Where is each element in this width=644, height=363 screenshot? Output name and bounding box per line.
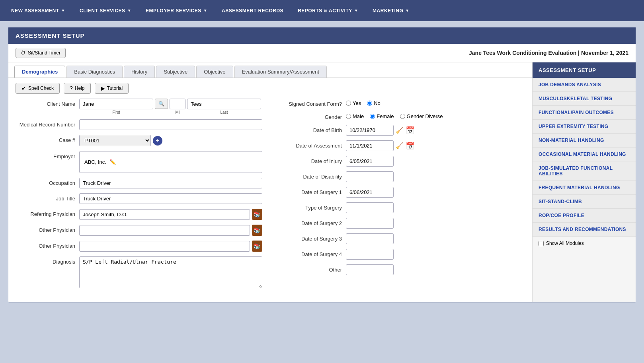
sidebar-item-non-material[interactable]: NON-MATERIAL HANDLING [533, 134, 636, 148]
date-surgery4-label: Date of Surgery 4 [278, 249, 346, 257]
date-injury-input[interactable] [346, 156, 394, 167]
other-physician1-input[interactable] [79, 225, 250, 236]
gender-diverse-radio[interactable] [400, 114, 405, 119]
medical-record-row: Medical Record Number [16, 119, 262, 130]
timer-icon: ⏱ [21, 50, 25, 56]
referring-physician-row: Referring Physician 📚 [16, 209, 262, 220]
occupation-input[interactable] [79, 178, 262, 188]
tutorial-button[interactable]: ▶ Tutorial [95, 83, 129, 94]
search-button[interactable]: 🔍 [155, 99, 168, 109]
sidebar-item-musculoskeletal[interactable]: MUSCULOSKELETAL TESTING [533, 92, 636, 106]
sidebar-item-job-simulated[interactable]: JOB-SIMULATED FUNCTIONAL ABILITIES [533, 161, 636, 181]
show-all-label: Show All Modules [546, 241, 584, 246]
date-surgery3-input[interactable] [346, 233, 394, 244]
dob-row: Date of Birth 🧹 📅 [278, 125, 525, 136]
sidebar-item-results-recommendations[interactable]: RESULTS AND RECOMMENDATIONS [533, 223, 636, 237]
other-physician2-label: Other Physician [16, 241, 79, 249]
consent-yes-option[interactable]: Yes [346, 100, 361, 106]
medical-record-label: Medical Record Number [16, 119, 79, 128]
tab-demographics[interactable]: Demographics [14, 66, 65, 78]
employer-box[interactable]: ABC, Inc. ✏️ [79, 151, 262, 173]
sidebar-item-upper-extremity[interactable]: UPPER EXTREMITY TESTING [533, 120, 636, 134]
employer-label: Employer [16, 151, 79, 159]
other-input[interactable] [346, 264, 394, 275]
first-name-input[interactable] [79, 99, 153, 109]
sidebar-item-rop-coe[interactable]: ROP/COE PROFILE [533, 209, 636, 223]
tab-subjective[interactable]: Subjective [156, 66, 195, 78]
physician1-book-icon[interactable]: 📚 [252, 225, 262, 236]
last-name-input[interactable] [187, 99, 261, 109]
physician-book-icon[interactable]: 📚 [252, 209, 262, 220]
date-surgery2-label: Date of Surgery 2 [278, 218, 346, 226]
job-title-row: Job Title [16, 193, 262, 204]
main-form: Demographics Basic Diagnostics History S… [8, 62, 532, 302]
type-surgery-row: Type of Surgery [278, 202, 525, 213]
dob-input[interactable] [346, 125, 394, 136]
consent-yes-radio[interactable] [346, 101, 351, 106]
chevron-down-icon: ▼ [61, 8, 65, 13]
type-surgery-input[interactable] [346, 202, 394, 213]
last-label: Last [187, 110, 261, 115]
sit-stand-timer-button[interactable]: ⏱ Sit/Stand Timer [16, 48, 66, 58]
dob-calendar-icon[interactable]: 📅 [406, 126, 414, 135]
gender-diverse-option[interactable]: Gender Diverse [400, 113, 443, 119]
gender-female-radio[interactable] [370, 114, 375, 119]
sidebar-item-occasional-material[interactable]: OCCASIONAL MATERIAL HANDLING [533, 148, 636, 161]
mi-input[interactable] [170, 99, 185, 109]
date-surgery2-input[interactable] [346, 218, 394, 229]
gender-male-option[interactable]: Male [346, 113, 364, 119]
other-label: Other [278, 264, 346, 273]
date-surgery1-input[interactable] [346, 187, 394, 198]
consent-no-radio[interactable] [367, 101, 372, 106]
add-case-button[interactable]: + [153, 136, 162, 146]
nav-assessment-records[interactable]: ASSESSMENT RECORDS [215, 0, 291, 21]
consent-form-row: Signed Consent Form? Yes No [278, 99, 525, 107]
date-surgery4-input[interactable] [346, 249, 394, 260]
employer-name: ABC, Inc. [84, 159, 106, 165]
sidebar-item-functional-pain[interactable]: FUNCTIONAL/PAIN OUTCOMES [533, 106, 636, 120]
gender-row: Gender Male Female [278, 112, 525, 120]
diagnosis-textarea[interactable]: S/P Left Radial/Ulnar Fracture [79, 256, 262, 288]
form-right-column: Signed Consent Form? Yes No [278, 99, 525, 294]
assessment-eraser-icon[interactable]: 🧹 [396, 142, 404, 149]
sidebar-item-sit-stand-climb[interactable]: SIT-STAND-CLIMB [533, 195, 636, 209]
physician2-book-icon[interactable]: 📚 [252, 241, 262, 252]
nav-marketing[interactable]: MARKETING ▼ [365, 0, 417, 21]
tabs-container: Demographics Basic Diagnostics History S… [8, 62, 532, 78]
tab-history[interactable]: History [124, 66, 155, 78]
sidebar-item-frequent-material[interactable]: FREQUENT MATERIAL HANDLING [533, 181, 636, 195]
tab-basic-diagnostics[interactable]: Basic Diagnostics [66, 66, 123, 78]
other-physician2-input[interactable] [79, 241, 250, 252]
patient-title: Jane Tees Work Conditioning Evaluation |… [469, 50, 628, 56]
gender-male-radio[interactable] [346, 114, 351, 119]
other-physician1-label: Other Physician [16, 225, 79, 233]
consent-no-option[interactable]: No [367, 100, 381, 106]
dob-eraser-icon[interactable]: 🧹 [396, 126, 404, 134]
date-disability-input[interactable] [346, 171, 394, 182]
tab-objective[interactable]: Objective [196, 66, 233, 78]
referring-physician-input[interactable] [79, 209, 250, 220]
client-name-label: Client Name [16, 99, 79, 107]
job-title-input[interactable] [79, 193, 262, 204]
medical-record-input[interactable] [79, 119, 262, 130]
gender-female-option[interactable]: Female [370, 113, 394, 119]
case-select[interactable]: PT001 [79, 135, 151, 146]
date-assessment-input[interactable] [346, 140, 394, 151]
spell-check-button[interactable]: ✔ Spell Check [16, 83, 60, 94]
form-left-column: Client Name First 🔍 MI [16, 99, 262, 294]
help-button[interactable]: ? Help [64, 83, 90, 94]
edit-icon[interactable]: ✏️ [109, 159, 116, 165]
nav-reports-activity[interactable]: REPORTS & ACTIVITY ▼ [291, 0, 365, 21]
action-buttons-row: ✔ Spell Check ? Help ▶ Tutorial [8, 78, 532, 99]
assessment-calendar-icon[interactable]: 📅 [406, 142, 414, 150]
checkmark-icon: ✔ [21, 85, 26, 91]
nav-client-services[interactable]: CLIENT SERVICES ▼ [72, 0, 139, 21]
nav-employer-services[interactable]: EMPLOYER SERVICES ▼ [139, 0, 215, 21]
referring-physician-label: Referring Physician [16, 209, 79, 217]
dob-label: Date of Birth [278, 125, 346, 133]
show-all-checkbox[interactable] [539, 241, 544, 246]
sidebar-item-job-demands[interactable]: JOB DEMANDS ANALYSIS [533, 78, 636, 92]
tab-evaluation-summary[interactable]: Evaluation Summary/Assessment [234, 66, 327, 78]
occupation-label: Occupation [16, 178, 79, 186]
nav-new-assessment[interactable]: NEW ASSESSMENT ▼ [4, 0, 72, 21]
